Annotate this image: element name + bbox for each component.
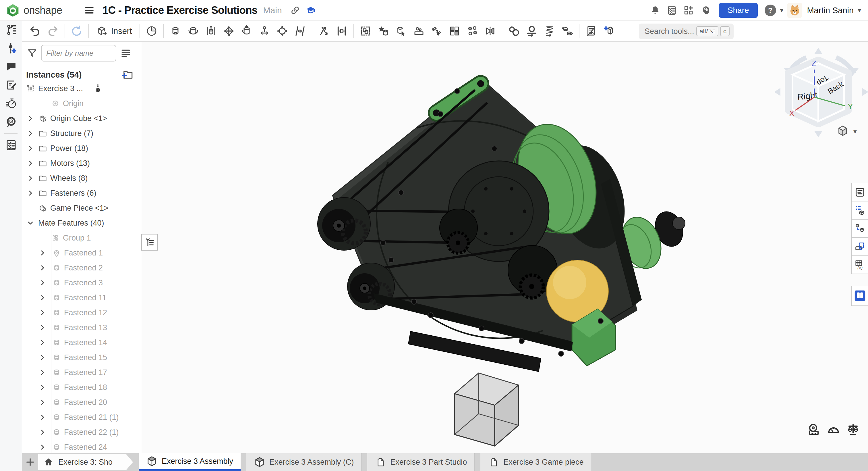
tree-item-fasteners-6[interactable]: Fasteners (6)	[22, 186, 141, 201]
chevron-right-icon[interactable]	[27, 174, 34, 182]
branch-label[interactable]: Main	[263, 5, 282, 15]
bom-panel-button[interactable]	[851, 201, 868, 219]
tree-item-origin[interactable]: Origin	[22, 96, 141, 111]
chevron-right-icon[interactable]	[39, 399, 46, 406]
tree-item-fastened-18[interactable]: Fastened 18	[22, 380, 141, 395]
checklist-button[interactable]	[0, 136, 22, 154]
feedback-button[interactable]	[0, 113, 22, 131]
tree-item-origin-cube-1[interactable]: Origin Cube <1>	[22, 111, 141, 126]
collapse-panel-button[interactable]	[141, 234, 158, 251]
tree-item-fastened-21-1[interactable]: Fastened 21 (1)	[22, 410, 141, 425]
belt-relation-button[interactable]	[558, 22, 576, 40]
comments-button[interactable]	[0, 57, 22, 76]
tab-exercise-3-assembly[interactable]: Exercise 3 Assembly	[139, 453, 241, 471]
slider-mate-button[interactable]	[202, 22, 220, 40]
derived-panel-button[interactable]	[851, 219, 868, 238]
fastened-mate-button[interactable]	[166, 22, 184, 40]
create-item-button[interactable]	[600, 22, 618, 40]
linear-pattern-button[interactable]	[446, 22, 463, 40]
chevron-right-icon[interactable]	[39, 309, 46, 316]
cylindrical-mate-button[interactable]	[238, 22, 255, 40]
link-icon[interactable]	[288, 3, 302, 17]
tab-exercise-3-part-studio[interactable]: Exercise 3 Part Studio	[367, 453, 475, 471]
tree-item-structure-7[interactable]: Structure (7)	[22, 126, 141, 141]
task-list-icon[interactable]	[665, 3, 679, 17]
feature-list-panel-button[interactable]	[851, 183, 868, 201]
tree-item-motors-13[interactable]: Motors (13)	[22, 156, 141, 171]
chevron-down-icon[interactable]	[27, 219, 34, 227]
tree-item-group-1[interactable]: Group 1	[22, 231, 141, 245]
tree-item-fastened-2[interactable]: Fastened 2	[22, 260, 141, 275]
planar-mate-button[interactable]	[220, 22, 238, 40]
history-add-button[interactable]	[0, 39, 22, 57]
tree-item-fastened-24[interactable]: Fastened 24	[22, 440, 141, 453]
document-title[interactable]: 1C - Practice Exercise Solutions	[102, 4, 257, 17]
chevron-right-icon[interactable]	[39, 249, 46, 257]
revolute-mate-button[interactable]	[184, 22, 202, 40]
book-panel-button[interactable]	[851, 286, 868, 306]
tree-item-fastened-20[interactable]: Fastened 20	[22, 395, 141, 410]
chevron-right-icon[interactable]	[27, 129, 34, 137]
move-part-button[interactable]	[410, 22, 428, 40]
gear-relation-button[interactable]	[505, 22, 523, 40]
home-tab[interactable]: Exercise 3: Sho	[38, 454, 133, 470]
tree-item-game-piece-1[interactable]: Game Piece <1>	[22, 201, 141, 215]
tab-exercise-3-assembly-c[interactable]: Exercise 3 Assembly (C)	[246, 453, 362, 471]
notes-button[interactable]	[0, 76, 22, 94]
mass-properties-button[interactable]	[846, 423, 860, 437]
tree-item-fastened-11[interactable]: Fastened 11	[22, 290, 141, 305]
mate-relation-button[interactable]	[315, 22, 333, 40]
mirror-part-button[interactable]	[481, 22, 499, 40]
apps-add-icon[interactable]	[682, 3, 695, 17]
tree-item-power-18[interactable]: Power (18)	[22, 141, 141, 156]
circular-pattern-button[interactable]	[463, 22, 481, 40]
chevron-right-icon[interactable]	[39, 339, 46, 346]
tape-measure-button[interactable]	[807, 423, 821, 437]
chevron-right-icon[interactable]	[39, 264, 46, 271]
tree-item-fastened-15[interactable]: Fastened 15	[22, 350, 141, 365]
variables-panel-button[interactable]: (x)	[851, 256, 868, 274]
notifications-icon[interactable]	[648, 3, 662, 17]
chevron-right-icon[interactable]	[39, 369, 46, 376]
insert-button[interactable]: Insert	[92, 22, 137, 40]
versions-button[interactable]	[0, 21, 22, 39]
chevron-right-icon[interactable]	[27, 115, 34, 122]
new-tab-button[interactable]	[22, 453, 38, 471]
tree-item-fastened-17[interactable]: Fastened 17	[22, 365, 141, 380]
avatar[interactable]	[787, 3, 802, 18]
named-positions-button[interactable]	[374, 22, 392, 40]
chevron-right-icon[interactable]	[39, 279, 46, 287]
chevron-right-icon[interactable]	[39, 354, 46, 361]
tree-item-fastened-13[interactable]: Fastened 13	[22, 320, 141, 335]
tree-item-fastened-3[interactable]: Fastened 3	[22, 275, 141, 290]
protractor-button[interactable]	[827, 423, 840, 437]
section-view-button[interactable]	[143, 22, 160, 40]
tree-item-fastened-1[interactable]: Fastened 1	[22, 245, 141, 260]
filter-input[interactable]	[41, 45, 116, 61]
tab-exercise-3-game-piece[interactable]: Exercise 3 Game piece	[480, 453, 591, 471]
chevron-right-icon[interactable]	[39, 294, 46, 301]
rotate-button[interactable]	[68, 22, 86, 40]
search-tools[interactable]: Search tools... alt/⌥c	[639, 24, 734, 39]
onshape-logo[interactable]: onshape	[6, 4, 62, 17]
share-button[interactable]: Share	[719, 3, 758, 18]
chevron-right-icon[interactable]	[39, 429, 46, 436]
rack-pinion-relation-button[interactable]	[523, 22, 541, 40]
user-name[interactable]: Martin Sanin	[807, 6, 854, 15]
origin-cube-model[interactable]	[455, 373, 519, 446]
named-positions-dock-panel-button[interactable]	[851, 237, 868, 256]
3d-viewport[interactable]: Top Right Back Z Y X ▼ (x)	[141, 42, 868, 453]
main-menu-icon[interactable]	[83, 3, 96, 17]
help-button[interactable]: ?	[765, 5, 776, 16]
tree-item-mate-features-40[interactable]: Mate Features (40)	[22, 215, 141, 231]
chevron-right-icon[interactable]	[27, 159, 34, 167]
chevron-right-icon[interactable]	[27, 189, 34, 197]
ball-mate-button[interactable]	[273, 22, 291, 40]
mate-limits-button[interactable]	[333, 22, 350, 40]
replace-part-button[interactable]	[392, 22, 410, 40]
help-chevron-icon[interactable]: ▼	[779, 7, 785, 14]
tree-item-fastened-22-1[interactable]: Fastened 22 (1)	[22, 425, 141, 440]
ai-advisor-icon[interactable]	[698, 3, 712, 17]
list-view-icon[interactable]	[120, 48, 131, 59]
tangent-mate-button[interactable]	[291, 22, 309, 40]
